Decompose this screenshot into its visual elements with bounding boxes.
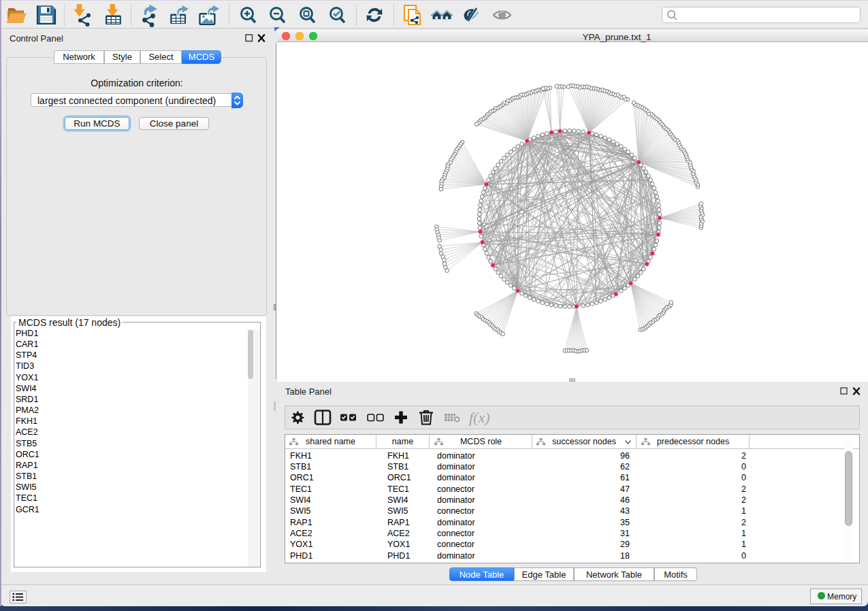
svg-text:f(x): f(x) <box>469 409 490 426</box>
